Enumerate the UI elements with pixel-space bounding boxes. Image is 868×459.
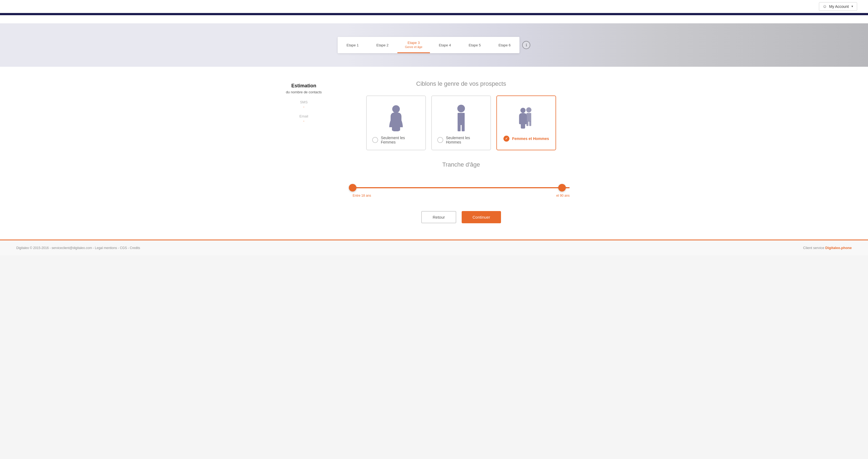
sms-estimation: SMS - bbox=[285, 100, 323, 109]
action-buttons: Retour Continuer bbox=[339, 211, 583, 223]
slider-fill bbox=[352, 187, 569, 188]
footer-service-name: Digitaleo.phone bbox=[826, 246, 852, 250]
step-5-label: Etape 5 bbox=[469, 43, 481, 47]
my-account-button[interactable]: ☺ My Account ▼ bbox=[819, 2, 857, 11]
gender-cards: Seulement les Femmes Seulement les Homme… bbox=[339, 95, 583, 150]
email-value: - bbox=[285, 119, 323, 123]
femmes-radio-row: Seulement les Femmes bbox=[372, 135, 420, 144]
svg-point-5 bbox=[520, 108, 525, 113]
svg-rect-3 bbox=[458, 124, 461, 131]
gender-card-both[interactable]: Femmes et Hommes bbox=[496, 95, 556, 150]
age-max-label: et 90 ans bbox=[556, 194, 569, 197]
svg-rect-4 bbox=[462, 124, 465, 131]
caret-icon: ▼ bbox=[851, 5, 854, 8]
svg-point-1 bbox=[457, 105, 465, 112]
hommes-radio[interactable] bbox=[437, 137, 443, 143]
slider-labels: Entre 18 ans et 90 ans bbox=[352, 194, 569, 197]
my-account-label: My Account bbox=[829, 4, 849, 9]
step-4[interactable]: Etape 4 bbox=[430, 37, 460, 53]
step-1-label: Etape 1 bbox=[346, 43, 359, 47]
slider-thumb-max[interactable] bbox=[558, 184, 566, 191]
footer-service: Client service Digitaleo.phone bbox=[803, 246, 852, 250]
both-radio[interactable] bbox=[503, 135, 509, 142]
footer-service-prefix: Client service bbox=[803, 246, 826, 250]
estimation-subtitle: du nombre de contacts bbox=[285, 90, 323, 95]
step-6-label: Etape 6 bbox=[499, 43, 511, 47]
email-label: Email bbox=[285, 114, 323, 118]
slider-track bbox=[352, 187, 569, 188]
step-3-sub: Genre et âge bbox=[405, 45, 422, 49]
step-5[interactable]: Etape 5 bbox=[460, 37, 490, 53]
gender-section-title: Ciblons le genre de vos prospects bbox=[339, 80, 583, 87]
content-wrapper: Estimation du nombre de contacts SMS - E… bbox=[285, 80, 583, 223]
gender-card-hommes[interactable]: Seulement les Hommes bbox=[431, 95, 491, 150]
svg-point-0 bbox=[392, 105, 400, 113]
footer-copyright: Digitaleo © 2015-2016 - serviceclient@di… bbox=[16, 246, 140, 250]
hommes-radio-row: Seulement les Hommes bbox=[437, 135, 485, 144]
femmes-label: Seulement les Femmes bbox=[381, 135, 420, 144]
step-1[interactable]: Etape 1 bbox=[338, 37, 368, 53]
age-slider-container: Entre 18 ans et 90 ans bbox=[344, 176, 578, 200]
step-6[interactable]: Etape 6 bbox=[490, 37, 520, 53]
svg-rect-7 bbox=[527, 113, 531, 122]
steps-wizard: Etape 1 Etape 2 Etape 3 Genre et âge Eta… bbox=[338, 37, 520, 53]
both-label: Femmes et Hommes bbox=[512, 136, 549, 141]
email-estimation: Email - bbox=[285, 114, 323, 123]
hommes-label: Seulement les Hommes bbox=[446, 135, 485, 144]
person-icon: ☺ bbox=[823, 4, 827, 9]
dark-bar bbox=[0, 13, 868, 15]
age-section-title: Tranche d'âge bbox=[339, 161, 583, 168]
both-radio-row: Femmes et Hommes bbox=[503, 135, 549, 142]
step-3[interactable]: Etape 3 Genre et âge bbox=[397, 37, 430, 53]
estimation-sidebar: Estimation du nombre de contacts SMS - E… bbox=[285, 80, 323, 223]
white-strip bbox=[0, 15, 868, 23]
sms-label: SMS bbox=[285, 100, 323, 104]
step-2[interactable]: Etape 2 bbox=[368, 37, 397, 53]
footer: Digitaleo © 2015-2016 - serviceclient@di… bbox=[0, 240, 868, 255]
estimation-title: Estimation bbox=[285, 83, 323, 89]
svg-point-6 bbox=[526, 108, 531, 113]
femme-icon bbox=[385, 104, 407, 131]
step-3-label: Etape 3 bbox=[408, 41, 420, 45]
both-icon bbox=[516, 104, 537, 131]
age-min-label: Entre 18 ans bbox=[352, 194, 371, 197]
main-content: Estimation du nombre de contacts SMS - E… bbox=[0, 67, 868, 240]
hero-banner: Etape 1 Etape 2 Etape 3 Genre et âge Eta… bbox=[0, 23, 868, 67]
slider-thumb-min[interactable] bbox=[349, 184, 356, 191]
homme-icon bbox=[450, 104, 472, 131]
header: ☺ My Account ▼ bbox=[0, 0, 868, 13]
svg-rect-2 bbox=[458, 113, 465, 125]
svg-rect-9 bbox=[529, 121, 531, 126]
step-2-label: Etape 2 bbox=[376, 43, 389, 47]
continuer-button[interactable]: Continuer bbox=[462, 211, 501, 223]
retour-button[interactable]: Retour bbox=[421, 211, 456, 223]
step-4-label: Etape 4 bbox=[439, 43, 451, 47]
femmes-radio[interactable] bbox=[372, 137, 378, 143]
right-section: Ciblons le genre de vos prospects Seulem… bbox=[339, 80, 583, 223]
svg-rect-8 bbox=[527, 121, 528, 126]
gender-card-femmes[interactable]: Seulement les Femmes bbox=[366, 95, 426, 150]
sms-value: - bbox=[285, 105, 323, 109]
